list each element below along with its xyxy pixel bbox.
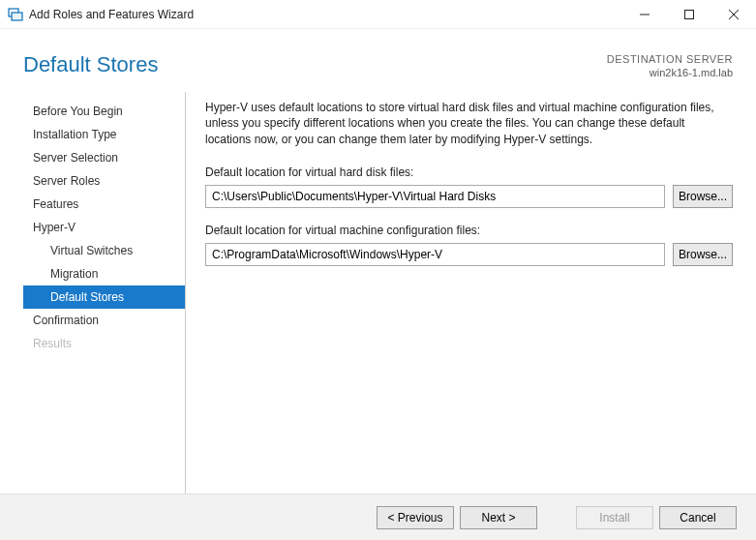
vhd-location-label: Default location for virtual hard disk f… xyxy=(205,165,733,179)
titlebar: Add Roles and Features Wizard xyxy=(0,0,756,29)
wizard-steps-sidebar: Before You Begin Installation Type Serve… xyxy=(23,92,186,494)
destination-label: DESTINATION SERVER xyxy=(607,52,733,66)
sidebar-item-hyper-v[interactable]: Hyper-V xyxy=(23,216,185,239)
svg-rect-1 xyxy=(12,13,22,20)
sidebar-item-before-you-begin[interactable]: Before You Begin xyxy=(23,100,185,123)
next-button[interactable]: Next > xyxy=(460,506,537,529)
vhd-browse-button[interactable]: Browse... xyxy=(673,185,733,208)
vm-config-location-label: Default location for virtual machine con… xyxy=(205,224,733,237)
server-manager-icon xyxy=(8,7,23,22)
svg-rect-3 xyxy=(685,10,694,18)
sidebar-item-default-stores[interactable]: Default Stores xyxy=(23,285,185,309)
vm-config-location-input[interactable] xyxy=(205,243,665,266)
sidebar-item-virtual-switches[interactable]: Virtual Switches xyxy=(23,239,185,262)
wizard-footer: < Previous Next > Install Cancel xyxy=(0,494,756,540)
sidebar-item-confirmation[interactable]: Confirmation xyxy=(23,309,185,332)
window-controls xyxy=(622,0,756,29)
previous-button[interactable]: < Previous xyxy=(377,506,454,529)
maximize-button[interactable] xyxy=(667,0,711,29)
destination-value: win2k16-1.md.lab xyxy=(607,66,733,79)
sidebar-item-results: Results xyxy=(23,332,185,355)
intro-text: Hyper-V uses default locations to store … xyxy=(205,100,728,148)
wizard-header: Default Stores DESTINATION SERVER win2k1… xyxy=(0,29,756,92)
minimize-button[interactable] xyxy=(622,0,667,29)
vm-config-browse-button[interactable]: Browse... xyxy=(673,243,733,266)
vhd-location-input[interactable] xyxy=(205,185,665,208)
destination-server: DESTINATION SERVER win2k16-1.md.lab xyxy=(607,52,733,80)
page-title: Default Stores xyxy=(23,52,158,77)
close-button[interactable] xyxy=(711,0,756,29)
sidebar-item-migration[interactable]: Migration xyxy=(23,262,185,285)
cancel-button[interactable]: Cancel xyxy=(659,506,737,529)
sidebar-item-server-roles[interactable]: Server Roles xyxy=(23,169,185,193)
install-button[interactable]: Install xyxy=(576,506,653,529)
sidebar-item-installation-type[interactable]: Installation Type xyxy=(23,123,185,146)
wizard-content: Hyper-V uses default locations to store … xyxy=(186,92,733,494)
sidebar-item-server-selection[interactable]: Server Selection xyxy=(23,146,185,169)
sidebar-item-features[interactable]: Features xyxy=(23,193,185,216)
window-title: Add Roles and Features Wizard xyxy=(29,8,194,21)
